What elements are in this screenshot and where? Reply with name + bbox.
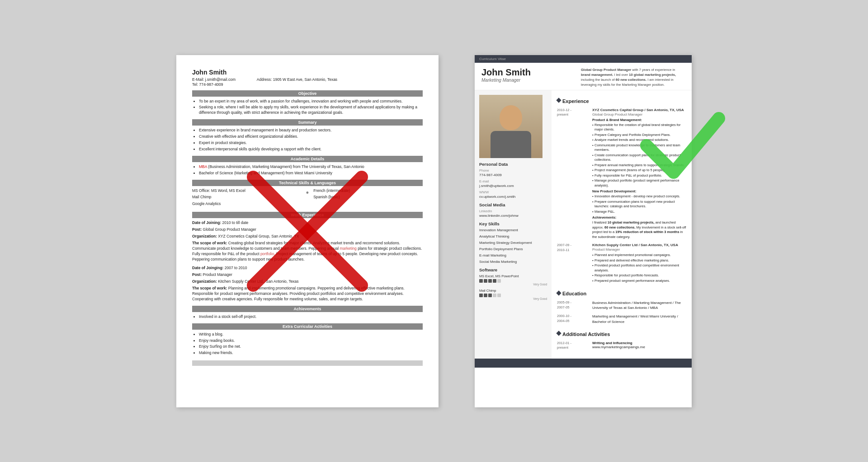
email-label: E-mail (479, 179, 547, 183)
resume-good: Curriculum Vitae John Smith Marketing Ma… (475, 55, 692, 407)
linkedin-value: www.linkedin.com/johnw (479, 214, 547, 218)
extra-header: Extra Curricular Activities (192, 323, 423, 330)
linkedin-label: LinkedIn (479, 209, 547, 213)
left-name: John Smith (192, 69, 423, 76)
phone-value: 774-987-4009 (479, 173, 547, 177)
edu-entry-2: 2000-10 -2004-05 Marketing and Managemen… (557, 314, 686, 324)
left-tel: Tel: 774-987-4009 (192, 82, 423, 87)
activities-section-header: Additional Activities (557, 328, 686, 339)
achievements-header: Achievements (192, 306, 423, 312)
objective-list: To be an expert in my area of work, with… (199, 99, 423, 116)
education-section-header: Education (557, 287, 686, 299)
edu-entry-1: 2005-09 -2007-05 Business Administration… (557, 300, 686, 310)
personal-data-title: Personal Data (479, 162, 547, 167)
academic-list: MBA (Business Administration, Marketing … (199, 164, 423, 176)
cv-photo (479, 95, 542, 158)
summary-text: Global Group Product Manager with 7 year… (581, 67, 685, 88)
cv-bottom-bar (475, 359, 692, 368)
experience-title: Experience (562, 98, 589, 104)
key-skills-title: Key Skills (479, 221, 547, 226)
activity-entry-1: 2012-01 -present Writing and Influencing… (557, 341, 686, 350)
achievements-list: Involved in a stock sell-off project. (199, 314, 423, 320)
cv-right-column: Experience 2010-12 -present XYZ Cosmetic… (552, 90, 692, 359)
work-header: Work Experience (192, 212, 423, 218)
cv-body: Personal Data Phone 774-987-4009 E-mail … (475, 90, 692, 359)
activities-diamond-icon (556, 331, 561, 336)
right-title: Marketing Manager (481, 78, 531, 83)
work-entry-1: Date of Joining: 2010 to till date Post:… (192, 220, 423, 262)
cv-left-column: Personal Data Phone 774-987-4009 E-mail … (475, 90, 552, 359)
left-email: E-Mail: j.smith@mail.com Address: 1905 W… (192, 77, 423, 82)
summary-list: Extensive experience in brand management… (199, 128, 423, 152)
right-name: John Smith (481, 67, 531, 78)
technical-header: Technical Skills & Languages (192, 180, 423, 186)
experience-diamond-icon (556, 98, 561, 103)
www-value: cv.uptwork.com/j.smith (479, 195, 547, 199)
extra-list: Writing a blog. Enjoy reading books. Enj… (199, 332, 423, 356)
work-entry-2: Date of Joinging: 2007 to 2010 Post: Pro… (192, 266, 423, 302)
education-diamond-icon (556, 290, 561, 295)
bottom-bar (192, 360, 423, 366)
objective-header: Objective (192, 90, 423, 97)
cv-label: Curriculum Vitae (475, 55, 692, 63)
cv-header: John Smith Marketing Manager Global Grou… (475, 63, 692, 90)
academic-header: Academic Details (192, 156, 423, 162)
resume-bad: John Smith E-Mail: j.smith@mail.com Addr… (176, 55, 439, 407)
experience-section-header: Experience (557, 95, 686, 106)
software-item-mailchimp: Mail Chimp Very Good (479, 289, 547, 300)
summary-header: Summary (192, 119, 423, 126)
exp-entry-1: 2010-12 -present XYZ Cosmetics Capital G… (557, 108, 686, 240)
skills-list: Innovation Management Analytical Thinkin… (479, 228, 547, 264)
education-title: Education (562, 291, 586, 296)
social-media-title: Social Media (479, 202, 547, 207)
email-value: j.smith@uptwork.com (479, 184, 547, 188)
software-title: Software (479, 267, 547, 272)
exp-entry-2: 2007-09 -2010-11 Kitchen Supply Center L… (557, 243, 686, 284)
activities-title: Additional Activities (562, 331, 610, 337)
www-label: WWW (479, 190, 547, 194)
phone-label: Phone (479, 168, 547, 173)
technical-content: MS Office: MS Word, MS Excel Mail Chimp … (192, 188, 423, 209)
software-item-excel: MS Excel, MS PowerPoint Very Good (479, 274, 547, 286)
